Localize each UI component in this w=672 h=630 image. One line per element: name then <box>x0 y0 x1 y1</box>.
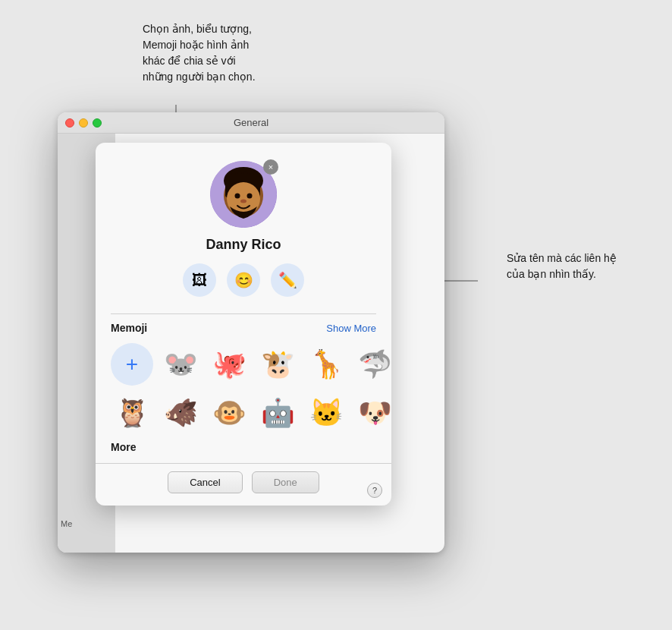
octopus-emoji: 🐙 <box>212 348 247 380</box>
memoji-mouse[interactable]: 🐭 <box>159 343 202 386</box>
add-memoji-button[interactable]: + <box>111 343 153 386</box>
main-window: Me General <box>58 112 444 553</box>
memoji-icon: 😊 <box>234 271 253 289</box>
window-title: General <box>234 117 268 128</box>
shark-emoji: 🦈 <box>358 348 392 380</box>
avatar-close-button[interactable]: × <box>263 159 278 175</box>
top-divider <box>111 313 376 314</box>
cancel-button[interactable]: Cancel <box>168 471 242 493</box>
memoji-cow[interactable]: 🐮 <box>256 343 299 386</box>
mouse-emoji: 🐭 <box>164 348 198 380</box>
fullscreen-traffic-light[interactable] <box>93 118 102 128</box>
photo-icon: 🖼 <box>192 272 207 289</box>
done-button[interactable]: Done <box>252 471 319 493</box>
more-section: More <box>96 440 391 454</box>
sidebar-me-label: Me <box>61 519 72 528</box>
edit-button[interactable]: ✏️ <box>271 263 304 297</box>
robot-emoji: 🤖 <box>261 397 295 429</box>
show-more-button[interactable]: Show More <box>326 323 376 334</box>
profile-dialog: × Danny Rico 🖼 😊 ✏️ Memoji <box>96 143 391 506</box>
memoji-giraffe[interactable]: 🦒 <box>305 343 347 386</box>
memoji-header: Memoji Show More <box>111 322 376 334</box>
username-display: Danny Rico <box>206 237 281 253</box>
svg-point-14 <box>240 200 247 203</box>
memoji-grid: + 🐭 🐙 🐮 🦒 🦈 🦉 <box>111 343 376 434</box>
minimize-traffic-light[interactable] <box>79 118 88 128</box>
monkey-emoji: 🐵 <box>212 397 247 429</box>
photo-button[interactable]: 🖼 <box>183 263 216 297</box>
memoji-robot[interactable]: 🤖 <box>256 392 299 434</box>
plus-icon: + <box>126 352 138 376</box>
cat-emoji: 🐱 <box>309 397 344 429</box>
cow-emoji: 🐮 <box>261 348 295 380</box>
memoji-octopus[interactable]: 🐙 <box>208 343 250 386</box>
more-section-label: More <box>111 441 136 453</box>
memoji-boar[interactable]: 🐗 <box>159 392 202 434</box>
avatar-area: × Danny Rico 🖼 😊 ✏️ <box>96 143 391 306</box>
memoji-section-label: Memoji <box>111 322 147 334</box>
bottom-buttons: Cancel Done <box>96 471 391 493</box>
annotation-left: Chọn ảnh, biểu tượng, Memoji hoặc hình ả… <box>143 21 264 85</box>
owl-emoji: 🦉 <box>115 397 149 429</box>
svg-point-12 <box>235 194 240 199</box>
memoji-monkey[interactable]: 🐵 <box>208 392 250 434</box>
action-buttons-row: 🖼 😊 ✏️ <box>183 263 304 297</box>
titlebar: General <box>58 112 444 134</box>
close-traffic-light[interactable] <box>65 118 74 128</box>
boar-emoji: 🐗 <box>164 397 198 429</box>
pencil-icon: ✏️ <box>278 271 297 289</box>
memoji-section: Memoji Show More + 🐭 🐙 🐮 🦒 <box>96 322 391 434</box>
memoji-button[interactable]: 😊 <box>227 263 260 297</box>
memoji-dog[interactable]: 🐶 <box>353 392 391 434</box>
dog-emoji: 🐶 <box>358 397 392 429</box>
help-button[interactable]: ? <box>367 483 382 498</box>
memoji-cat[interactable]: 🐱 <box>305 392 347 434</box>
annotation-right: Sửa tên mà các liên hệ của bạn nhìn thấy… <box>507 250 636 282</box>
memoji-owl[interactable]: 🦉 <box>111 392 153 434</box>
traffic-lights <box>65 118 102 128</box>
avatar-container: × <box>210 161 277 228</box>
bottom-divider <box>96 463 391 464</box>
memoji-shark[interactable]: 🦈 <box>353 343 391 386</box>
giraffe-emoji: 🦒 <box>309 348 344 380</box>
svg-point-13 <box>247 194 253 199</box>
